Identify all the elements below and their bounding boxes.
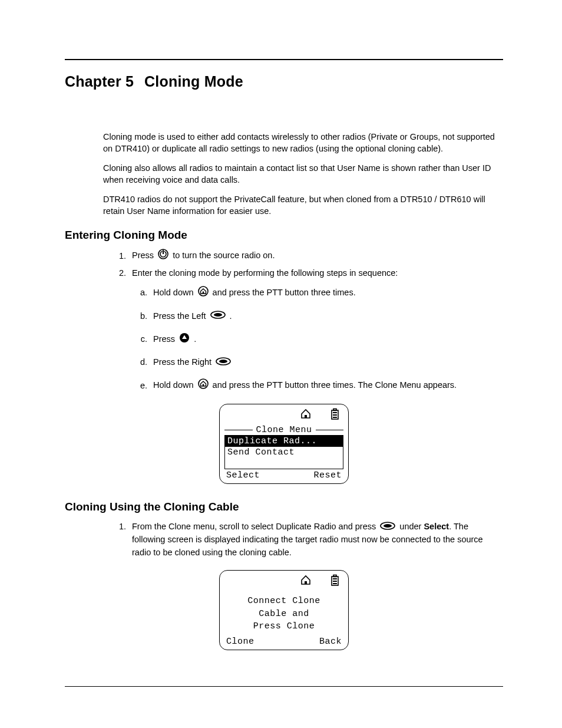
entering-steps: Press to turn the source radio on. Enter… xyxy=(65,249,503,393)
lcd-title: Clone Menu xyxy=(253,425,316,435)
power-icon xyxy=(158,249,168,263)
menu-item-duplicate-radio: Duplicate Rad... xyxy=(225,436,343,447)
softkey-icon xyxy=(210,310,226,323)
intro-p1: Cloning mode is used to either add conta… xyxy=(103,131,503,154)
chapter-heading: Chapter 5Cloning Mode xyxy=(65,73,503,90)
chapter-title: Cloning Mode xyxy=(144,73,243,90)
substep-a: Hold down and press the PTT button three… xyxy=(150,286,503,301)
lcd-msg-line3: Press Clone xyxy=(224,620,344,633)
lcd-status-bar-2 xyxy=(223,574,345,590)
lcd-message: Connect Clone Cable and Press Clone xyxy=(223,590,345,635)
menu-item-send-contact: Send Contact xyxy=(225,447,343,458)
home-icon xyxy=(198,378,209,393)
step-1: Press to turn the source radio on. xyxy=(128,249,503,263)
lcd-menu-box: Duplicate Rad... Send Contact xyxy=(224,435,343,469)
lcd-softkeys: Select Reset xyxy=(223,469,345,480)
section-entering-heading: Entering Cloning Mode xyxy=(65,229,503,242)
softkey-reset: Reset xyxy=(313,470,342,480)
cable-steps: From the Clone menu, scroll to select Du… xyxy=(65,521,503,559)
clone-menu-screen-wrap: Clone Menu Duplicate Rad... Send Contact… xyxy=(65,404,503,484)
softkey-icon xyxy=(380,521,395,534)
substep-c: Press . xyxy=(150,332,503,347)
cable-step-1: From the Clone menu, scroll to select Du… xyxy=(128,521,503,559)
top-rule xyxy=(65,59,503,60)
section-cable-heading: Cloning Using the Cloning Cable xyxy=(65,500,503,513)
lcd-battery-icon xyxy=(329,574,340,589)
lcd-msg-line1: Connect Clone xyxy=(224,595,344,608)
lcd-battery-icon xyxy=(329,408,340,423)
clone-menu-screen: Clone Menu Duplicate Rad... Send Contact… xyxy=(219,404,349,484)
chapter-number: Chapter 5 xyxy=(65,73,134,90)
lcd-home-icon xyxy=(300,408,312,423)
lcd-title-row: Clone Menu xyxy=(224,425,343,435)
select-bold: Select xyxy=(424,522,449,531)
lcd-home-icon xyxy=(300,574,312,589)
lcd-status-bar xyxy=(223,408,345,424)
lcd-softkeys-2: Clone Back xyxy=(223,635,345,647)
softkey-icon xyxy=(216,357,231,370)
intro-p2: Cloning also allows all radios to mainta… xyxy=(103,163,503,186)
softkey-back: Back xyxy=(319,637,342,647)
substep-e: Hold down and press the PTT button three… xyxy=(150,378,503,393)
menu-item-blank xyxy=(225,458,343,469)
up-icon xyxy=(179,332,190,347)
bottom-rule xyxy=(65,686,503,687)
intro-p3: DTR410 radios do not support the Private… xyxy=(103,194,503,217)
softkey-clone: Clone xyxy=(226,637,254,647)
substep-b: Press the Left . xyxy=(150,310,503,323)
connect-cable-screen-wrap: Connect Clone Cable and Press Clone Clon… xyxy=(65,570,503,650)
step-2: Enter the cloning mode by performing the… xyxy=(128,267,503,393)
lcd-msg-line2: Cable and xyxy=(224,608,344,621)
substep-d: Press the Right xyxy=(150,356,503,369)
connect-cable-screen: Connect Clone Cable and Press Clone Clon… xyxy=(219,570,349,650)
intro-block: Cloning mode is used to either add conta… xyxy=(65,131,503,217)
substeps: Hold down and press the PTT button three… xyxy=(132,286,503,393)
home-icon xyxy=(198,286,209,301)
softkey-select: Select xyxy=(226,470,260,480)
